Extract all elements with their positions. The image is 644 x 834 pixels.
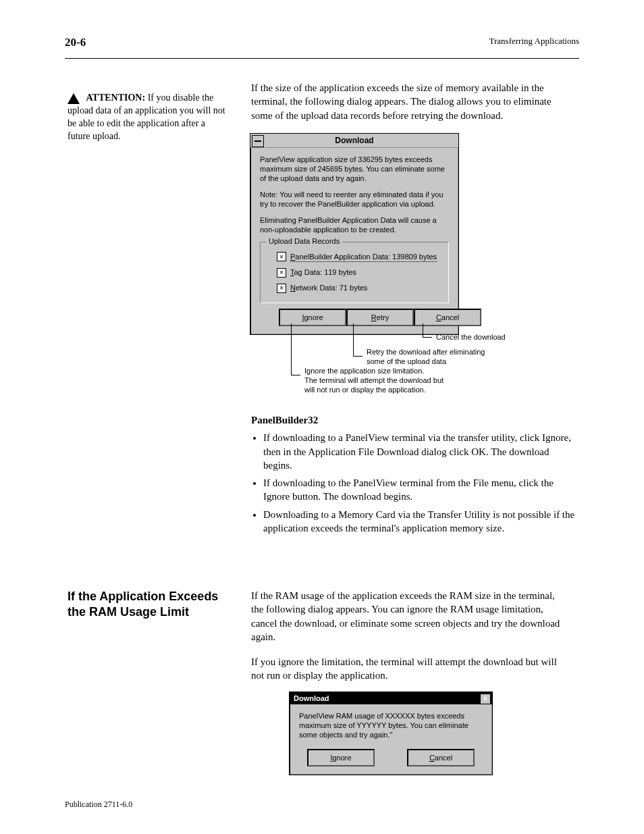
leader-line — [291, 323, 292, 375]
ignore-button[interactable]: Ignore — [307, 749, 375, 766]
download-size-dialog: Download PanelView application size of 3… — [250, 133, 459, 335]
checkbox-icon: × — [277, 252, 286, 261]
leader-line — [423, 337, 432, 338]
chk-panelbuilder-data[interactable]: × PanelBuilder Application Data: 139809 … — [277, 252, 441, 263]
group-legend: Upload Data Records — [266, 236, 342, 246]
side-heading: If the Application Exceedsthe RAM Usage … — [68, 589, 236, 619]
dialog-title: Download — [335, 136, 373, 145]
checkbox-icon: × — [277, 268, 286, 278]
page-number: 20-6 — [65, 35, 86, 51]
chk-network-data[interactable]: × Network Data: 71 bytes — [277, 283, 441, 293]
leader-line — [353, 323, 354, 356]
ram-paragraph-2: If you ignore the limitation, the termin… — [251, 655, 568, 683]
checkbox-icon: × — [277, 284, 286, 293]
intro-paragraph: If the size of the application exceeds t… — [251, 81, 568, 122]
pb32-heading: PanelBuilder32 — [251, 415, 318, 425]
leader-line — [291, 375, 300, 375]
callout-cancel: Cancel the download — [436, 333, 506, 342]
dlg-size-msg: PanelView application size of 336295 byt… — [260, 155, 449, 183]
pb32-list: If downloading to a PanelView terminal v… — [251, 431, 575, 535]
list-item: If downloading to the PanelView terminal… — [263, 476, 575, 504]
leader-line — [423, 323, 423, 337]
callout-ignore: Ignore the application size limitation. … — [304, 367, 520, 394]
page-section-title: Transferring Applications — [489, 35, 579, 47]
attention-title: ATTENTION: — [86, 93, 146, 103]
chk-tag-data[interactable]: × Tag Data: 119 bytes — [277, 267, 441, 278]
dialog-titlebar: Download — [250, 134, 458, 148]
download-ram-dialog: Download × PanelView RAM usage of XXXXXX… — [289, 692, 493, 775]
upload-data-records-group: Upload Data Records × PanelBuilder Appli… — [260, 242, 449, 304]
dlg-note: Note: You will need to reenter any elimi… — [260, 190, 449, 209]
dlg-warning: Eliminating PanelBuilder Application Dat… — [260, 215, 449, 234]
ram-paragraph-1: If the RAM usage of the application exce… — [251, 589, 568, 644]
header-rule — [65, 58, 579, 59]
close-icon[interactable]: × — [480, 694, 491, 704]
cancel-button[interactable]: Cancel — [407, 749, 475, 766]
dlg-ram-msg: PanelView RAM usage of XXXXXX bytes exce… — [299, 711, 483, 739]
retry-button[interactable]: Retry — [346, 309, 414, 326]
attention-icon — [68, 93, 80, 104]
list-item: Downloading to a Memory Card via the Tra… — [263, 508, 575, 536]
leader-line — [353, 356, 363, 357]
publication-footer: Publication 2711-6.0 — [65, 799, 132, 810]
cancel-button[interactable]: Cancel — [414, 309, 481, 326]
system-menu-icon[interactable] — [252, 135, 264, 147]
callout-retry: Retry the download after eliminatingsome… — [367, 348, 542, 367]
ignore-button[interactable]: Ignore — [279, 309, 346, 326]
dialog-titlebar: Download × — [290, 692, 492, 704]
list-item: If downloading to a PanelView terminal v… — [263, 431, 575, 472]
dialog-title: Download — [294, 694, 329, 704]
